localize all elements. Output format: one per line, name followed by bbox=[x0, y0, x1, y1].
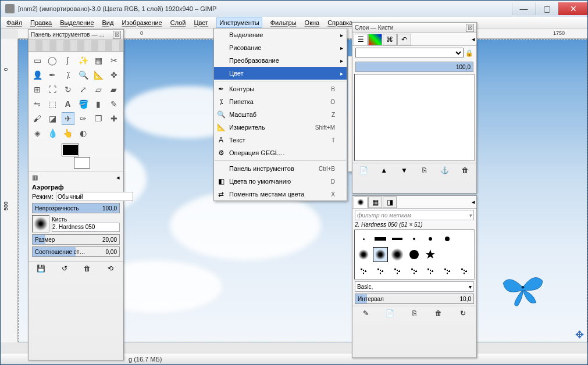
blur-tool[interactable]: 💧 bbox=[46, 127, 59, 139]
raise-layer-icon[interactable]: ▲ bbox=[379, 165, 389, 176]
foreground-select-tool[interactable]: 👤 bbox=[31, 69, 44, 81]
eraser-tool[interactable]: ◪ bbox=[46, 112, 59, 125]
reset-preset-icon[interactable]: ⟲ bbox=[105, 263, 116, 274]
delete-brush-icon[interactable]: 🗑 bbox=[433, 308, 444, 319]
brush-item[interactable] bbox=[440, 231, 455, 246]
new-layer-icon[interactable]: 📄 bbox=[358, 165, 369, 176]
color-swatches[interactable] bbox=[59, 144, 94, 169]
move-tool[interactable]: ✥ bbox=[108, 69, 120, 81]
duplicate-brush-icon[interactable]: ⎘ bbox=[409, 308, 419, 319]
text-tool[interactable]: A bbox=[62, 98, 74, 110]
tool-tab-menu-icon[interactable]: ◂ bbox=[116, 174, 120, 181]
menu-item-toolbox[interactable]: Панель инструментовCtrl+B bbox=[214, 162, 347, 175]
paintbrush-tool[interactable]: 🖌 bbox=[31, 112, 44, 125]
lock-icon[interactable]: 🔒 bbox=[465, 49, 473, 57]
crop-tool[interactable]: ⛶ bbox=[46, 83, 59, 96]
new-brush-icon[interactable]: 📄 bbox=[385, 308, 395, 319]
brush-item[interactable] bbox=[356, 231, 371, 246]
heal-tool[interactable]: ✚ bbox=[108, 112, 120, 125]
paths-tab[interactable]: ⌘ bbox=[383, 34, 397, 45]
layers-list[interactable] bbox=[354, 74, 475, 161]
airbrush-tool[interactable]: ✈ bbox=[62, 112, 74, 125]
color-picker-tool[interactable]: ⁒ bbox=[62, 69, 74, 81]
anchor-layer-icon[interactable]: ⚓ bbox=[440, 165, 450, 176]
menu-windows[interactable]: Окна bbox=[305, 19, 320, 26]
toolbox-close-icon[interactable]: ☒ bbox=[113, 31, 121, 39]
fg-color-swatch[interactable] bbox=[62, 144, 79, 156]
lower-layer-icon[interactable]: ▼ bbox=[399, 165, 409, 176]
layer-opacity-slider[interactable]: 100,0 bbox=[355, 62, 473, 72]
layers-tab[interactable]: ☰ bbox=[354, 34, 368, 45]
perspective-clone-tool[interactable]: ◈ bbox=[31, 127, 44, 139]
cage-tool[interactable]: ⬚ bbox=[46, 98, 59, 110]
blend-tool[interactable]: ▮ bbox=[92, 98, 105, 110]
menu-item-text[interactable]: AТекстT bbox=[214, 134, 347, 146]
menu-item-measure[interactable]: 📐ИзмерительShift+M bbox=[214, 121, 347, 134]
menu-layer[interactable]: Слой bbox=[170, 19, 186, 26]
layers-menu-icon[interactable]: ◂ bbox=[472, 35, 475, 43]
lasso-tool[interactable]: ʃ bbox=[62, 54, 74, 67]
brush-name-field[interactable] bbox=[52, 223, 120, 232]
paths-tool[interactable]: ✒ bbox=[46, 69, 59, 81]
undo-tab[interactable]: ↶ bbox=[397, 34, 411, 45]
brush-item[interactable] bbox=[440, 247, 455, 262]
delete-preset-icon[interactable]: 🗑 bbox=[82, 263, 92, 274]
menu-item-picker[interactable]: ⁒ПипеткаO bbox=[214, 95, 347, 108]
brush-item[interactable] bbox=[390, 231, 405, 246]
brush-item[interactable] bbox=[423, 231, 438, 246]
close-button[interactable]: ✕ bbox=[558, 2, 587, 15]
menu-image[interactable]: Изображение bbox=[122, 19, 162, 26]
brush-item[interactable] bbox=[373, 231, 388, 246]
menu-item-default-colors[interactable]: ◧Цвета по умолчаниюD bbox=[214, 175, 347, 188]
channels-tab[interactable] bbox=[368, 34, 382, 45]
flip-tool[interactable]: ⇋ bbox=[31, 98, 44, 110]
brush-item[interactable] bbox=[407, 231, 422, 246]
menu-item-swap-colors[interactable]: ⇄Поменять местами цветаX bbox=[214, 188, 347, 201]
menu-item-color[interactable]: Цвет▸ bbox=[214, 67, 347, 80]
brush-category[interactable]: Basic,▾ bbox=[355, 281, 474, 292]
bucket-fill-tool[interactable]: 🪣 bbox=[77, 98, 90, 110]
scale-tool[interactable]: ⤢ bbox=[77, 83, 90, 96]
brush-item[interactable] bbox=[407, 263, 422, 278]
brush-item[interactable]: ★ bbox=[423, 247, 438, 262]
save-preset-icon[interactable]: 💾 bbox=[36, 263, 47, 274]
brush-item[interactable] bbox=[423, 263, 438, 278]
menu-view[interactable]: Вид bbox=[102, 19, 114, 26]
bg-color-swatch[interactable] bbox=[74, 157, 90, 169]
mode-select[interactable] bbox=[56, 192, 133, 201]
brush-item[interactable] bbox=[390, 263, 405, 278]
rotate-tool[interactable]: ↻ bbox=[62, 83, 74, 96]
menu-item-gegl[interactable]: ⚙Операция GEGL… bbox=[214, 146, 347, 159]
minimize-button[interactable]: — bbox=[512, 2, 535, 15]
tool-tab-icon[interactable]: ▥ bbox=[32, 174, 38, 181]
brush-item[interactable] bbox=[356, 263, 371, 278]
menu-select[interactable]: Выделение bbox=[60, 19, 94, 26]
brush-item[interactable] bbox=[457, 231, 472, 246]
delete-layer-icon[interactable]: 🗑 bbox=[460, 165, 471, 176]
restore-preset-icon[interactable]: ↺ bbox=[59, 263, 70, 274]
dodge-tool[interactable]: ◐ bbox=[77, 127, 90, 139]
duplicate-layer-icon[interactable]: ⎘ bbox=[419, 165, 430, 176]
fuzzy-select-tool[interactable]: ✨ bbox=[77, 54, 90, 67]
menu-filters[interactable]: Фильтры bbox=[270, 19, 297, 26]
menu-color[interactable]: Цвет bbox=[194, 19, 208, 26]
refresh-brush-icon[interactable]: ↻ bbox=[458, 308, 468, 319]
ink-tool[interactable]: ✑ bbox=[77, 112, 90, 125]
ellipse-select-tool[interactable]: ◯ bbox=[46, 54, 59, 67]
menu-item-transform[interactable]: Преобразование▸ bbox=[214, 54, 347, 67]
shear-tool[interactable]: ▱ bbox=[92, 83, 105, 96]
aspect-slider[interactable]: Соотношение ст… 0,00 bbox=[32, 246, 120, 257]
brush-item-selected[interactable] bbox=[373, 247, 388, 262]
layers-close-icon[interactable]: ☒ bbox=[466, 24, 474, 32]
menu-file[interactable]: Файл bbox=[6, 19, 22, 26]
brush-item[interactable] bbox=[457, 263, 472, 278]
menu-item-painting[interactable]: Рисование▸ bbox=[214, 41, 347, 54]
brush-item[interactable] bbox=[356, 247, 371, 262]
menu-item-paths[interactable]: ✒КонтурыB bbox=[214, 83, 347, 95]
rect-select-tool[interactable]: ▭ bbox=[31, 54, 44, 67]
align-tool[interactable]: ⊞ bbox=[31, 83, 44, 96]
brush-item[interactable] bbox=[390, 247, 405, 262]
layer-mode-select[interactable] bbox=[355, 48, 464, 58]
menu-edit[interactable]: Правка bbox=[30, 19, 52, 26]
brushes-tab-icon[interactable] bbox=[354, 196, 368, 208]
